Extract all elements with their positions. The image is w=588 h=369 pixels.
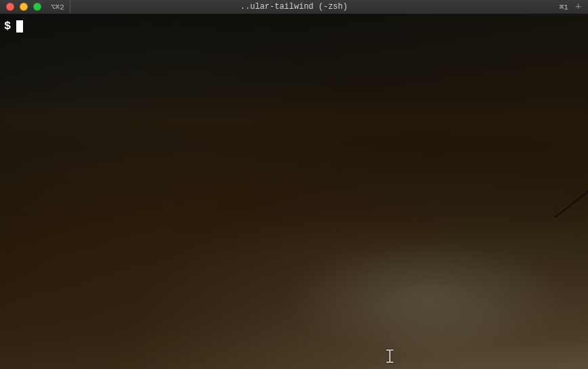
plus-icon: +: [575, 1, 581, 13]
window-titlebar: ⌥⌘2 ..ular-tailwind (-zsh) ⌘1 +: [0, 0, 588, 14]
background-highlight: [283, 240, 568, 355]
background-cloud-band: [0, 183, 588, 244]
tab-divider: [70, 0, 70, 14]
window-title: ..ular-tailwind (-zsh): [240, 2, 348, 12]
new-tab-button[interactable]: +: [572, 2, 584, 12]
background-cloud-band: [0, 95, 588, 143]
minimize-icon[interactable]: [20, 3, 28, 11]
maximize-icon[interactable]: [33, 3, 41, 11]
traffic-lights: [0, 3, 41, 11]
terminal-viewport[interactable]: $: [0, 14, 588, 369]
tab-shortcut-left[interactable]: ⌥⌘2: [51, 3, 64, 12]
prompt-symbol: $: [4, 20, 11, 32]
titlebar-right: ⌘1 +: [560, 2, 588, 12]
close-icon[interactable]: [6, 3, 14, 11]
tab-shortcut-right-label: ⌘1: [560, 3, 568, 12]
prompt-line[interactable]: $: [0, 14, 588, 38]
tab-shortcut-right[interactable]: ⌘1: [560, 3, 568, 12]
tab-shortcut-left-label: ⌥⌘2: [51, 3, 64, 12]
text-cursor-block: [16, 20, 23, 32]
